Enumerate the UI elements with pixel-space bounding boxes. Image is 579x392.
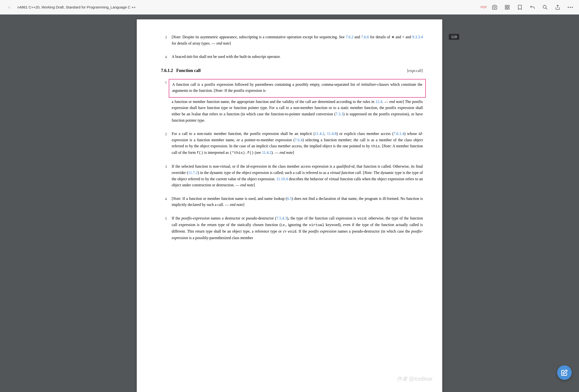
ref-7-6-1-4[interactable]: 7.6.1.4 <box>394 132 404 136</box>
section-heading-title: 7.6.1.2 Function call <box>161 67 201 74</box>
highlight-box: A function call is a postfix expression … <box>169 79 426 98</box>
item-3-text: [Note: Despite its asymmetric appearance… <box>172 34 423 46</box>
item-5: 5 If the postfix-expression names a dest… <box>161 215 423 242</box>
item-1-continuation: a function or member function name, the … <box>172 99 423 123</box>
back-icon: ‹ <box>8 4 10 10</box>
item-3-section: 3 If the selected function is non-virtua… <box>161 163 423 189</box>
camera-button[interactable] <box>491 3 499 11</box>
section-heading: 7.6.1.2 Function call [expr.call] <box>161 67 423 74</box>
search-button[interactable] <box>541 3 549 11</box>
item-4-note: 4 [Note: If a function or member functio… <box>161 196 423 209</box>
svg-rect-1 <box>505 5 507 6</box>
ref-11-4-2b[interactable]: 11.4.2 <box>262 150 271 155</box>
svg-point-0 <box>494 6 495 8</box>
page-number: 119 <box>449 34 459 40</box>
item-5-number: 5 <box>161 215 167 242</box>
document-content: 3 [Note: Despite its asymmetric appearan… <box>161 34 423 242</box>
ref-7-6-6[interactable]: 7.6.6 <box>361 35 369 39</box>
svg-rect-4 <box>508 7 509 9</box>
item-1: 1 A function call is a postfix expressio… <box>161 79 423 125</box>
pdf-viewer[interactable]: 119 3 [Note: Despite its asymmetric appe… <box>0 14 579 392</box>
svg-point-8 <box>570 6 571 8</box>
item-4-note-number: 4 <box>161 196 167 209</box>
pdf-page: 119 3 [Note: Despite its asymmetric appe… <box>137 19 442 392</box>
toolbar-actions <box>491 3 574 11</box>
item-3-section-content: If the selected function is non-virtual,… <box>172 163 423 189</box>
fab-button[interactable] <box>557 365 572 380</box>
app-window: ‹ n4861 C++20, Working Draft, Standard f… <box>0 0 579 392</box>
pdf-badge: PDF <box>481 5 487 9</box>
ref-12-4[interactable]: 12.4 <box>375 100 382 104</box>
item-2-content: For a call to a non-static member functi… <box>172 131 423 158</box>
item-2-number: 2 <box>161 131 167 158</box>
share-button[interactable] <box>554 3 562 11</box>
svg-rect-2 <box>508 5 509 6</box>
toolbar: ‹ n4861 C++20, Working Draft, Standard f… <box>0 0 579 14</box>
item-1-content: A function call is a postfix expression … <box>172 79 423 125</box>
more-button[interactable] <box>566 3 574 11</box>
intro-item-3: 3 [Note: Despite its asymmetric appearan… <box>161 34 423 48</box>
item-4-note-text: [Note: If a function or member function … <box>172 196 423 208</box>
bookmark-button[interactable] <box>516 3 524 11</box>
watermark: 作者 @IceBear <box>397 375 433 383</box>
item-1-number: 1 <box>161 79 167 125</box>
item-4-number: 4 <box>161 54 167 61</box>
item-2-text: For a call to a non-static member functi… <box>172 131 423 156</box>
item-5-text: If the postfix-expression names a destru… <box>172 215 423 241</box>
grid-button[interactable] <box>503 3 511 11</box>
ref-6-5[interactable]: 6.5 <box>287 196 292 201</box>
svg-point-5 <box>543 5 546 8</box>
svg-line-6 <box>546 8 547 9</box>
item-4-content: A braced-init-list shall not be used wit… <box>172 54 423 61</box>
ref-11-10-4[interactable]: 11.10.4 <box>276 177 288 181</box>
item-4-note-content: [Note: If a function or member function … <box>172 196 423 209</box>
svg-rect-3 <box>505 7 507 9</box>
undo-button[interactable] <box>529 3 536 11</box>
item-1-text: A function call is a postfix expression … <box>172 81 422 94</box>
item-4-text: A braced-init-list shall not be used wit… <box>172 54 423 60</box>
svg-point-9 <box>572 6 573 8</box>
item-4: 4 A braced-init-list shall not be used w… <box>161 54 423 61</box>
item-3-section-text: If the selected function is non-virtual,… <box>172 163 423 188</box>
ref-7-6-4[interactable]: 7.6.4 <box>294 138 302 142</box>
ref-11-4-2[interactable]: 11.4.2 <box>315 132 324 136</box>
ref-7-6-2[interactable]: 7.6.2 <box>346 35 354 39</box>
item-3-section-number: 3 <box>161 163 167 189</box>
ref-11-4-8[interactable]: 11.4.8 <box>327 132 336 136</box>
document-title: n4861 C++20, Working Draft, Standard for… <box>17 5 475 9</box>
item-2: 2 For a call to a non-static member func… <box>161 131 423 158</box>
ref-11-7-2[interactable]: 11.7.2 <box>188 170 198 175</box>
watermark-line1: 作者 @IceBear <box>397 375 433 383</box>
ref-7-3-3[interactable]: 7.3.3 <box>336 112 343 116</box>
svg-point-7 <box>568 6 569 8</box>
item-5-content: If the postfix-expression names a destru… <box>172 215 423 242</box>
ref-9-3-3-4[interactable]: 9.3.3.4 <box>412 35 423 39</box>
item-3-number: 3 <box>161 34 167 48</box>
ref-7-5-4-3[interactable]: 7.5.4.3 <box>276 216 287 220</box>
back-button[interactable]: ‹ <box>5 3 13 12</box>
content-area: 119 3 [Note: Despite its asymmetric appe… <box>0 14 579 392</box>
item-3-content: [Note: Despite its asymmetric appearance… <box>172 34 423 48</box>
section-heading-tag: [expr.call] <box>407 68 423 74</box>
